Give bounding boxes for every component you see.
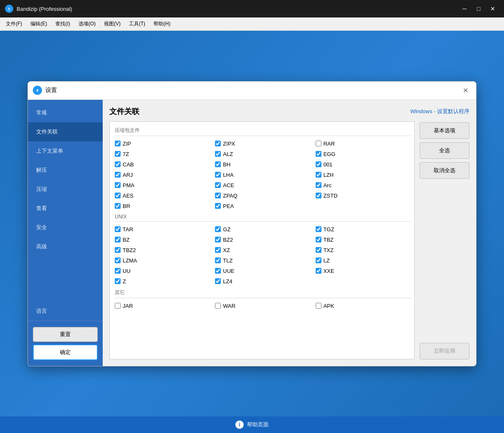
- menu-file[interactable]: 文件(F): [2, 19, 26, 29]
- checkbox-tbz[interactable]: TBZ: [314, 235, 411, 244]
- other-checkbox-grid: JAR WAR APK: [113, 302, 411, 310]
- dialog-title: 设置: [45, 87, 460, 94]
- checkbox-lzma[interactable]: LZMA: [113, 256, 210, 265]
- bottom-bar: i 帮助页面: [0, 416, 504, 433]
- checkbox-001[interactable]: 001: [314, 160, 411, 169]
- info-icon: i: [235, 421, 244, 429]
- checkbox-lha[interactable]: LHA: [213, 171, 310, 179]
- settings-dialog: 设置 ✕ 常规 文件关联 上下文菜单 解压 压缩 查看 安全 高级 语言 重置 …: [27, 81, 477, 366]
- sidebar-item-security[interactable]: 安全: [28, 218, 103, 237]
- reset-button[interactable]: 重置: [33, 327, 98, 342]
- dialog-body: 常规 文件关联 上下文菜单 解压 压缩 查看 安全 高级 语言 重置 确定 文件…: [28, 100, 476, 366]
- menu-view[interactable]: 视图(V): [100, 19, 125, 29]
- sidebar-item-view[interactable]: 查看: [28, 199, 103, 218]
- checkbox-zip[interactable]: ZIP: [113, 139, 210, 148]
- checkbox-bz[interactable]: BZ: [113, 235, 210, 244]
- checkbox-bz2[interactable]: BZ2: [213, 235, 310, 244]
- menu-edit[interactable]: 编辑(E): [26, 19, 51, 29]
- checkbox-egg[interactable]: EGG: [314, 150, 411, 158]
- main-area: 设置 ✕ 常规 文件关联 上下文菜单 解压 压缩 查看 安全 高级 语言 重置 …: [0, 31, 504, 416]
- basic-options-button[interactable]: 基本选项: [420, 122, 469, 139]
- menu-options[interactable]: 选项(O): [74, 19, 100, 29]
- app-icon: B: [5, 5, 13, 13]
- dialog-close-button[interactable]: ✕: [460, 84, 471, 96]
- menu-bar: 文件(F) 编辑(E) 查找(I) 选项(O) 视图(V) 工具(T) 帮助(H…: [0, 17, 504, 31]
- unix-checkbox-grid: TAR GZ TGZ BZ BZ2 TBZ TBZ2 XZ TXZ LZMA T…: [113, 225, 411, 286]
- checkbox-cab[interactable]: CAB: [113, 160, 210, 169]
- checkbox-jar[interactable]: JAR: [113, 302, 210, 310]
- sidebar-item-file-assoc[interactable]: 文件关联: [28, 122, 103, 141]
- file-format-list[interactable]: 压缩包文件 ZIP ZIPX RAR 7Z ALZ EGG CAB BH 001…: [109, 121, 415, 359]
- menu-find[interactable]: 查找(I): [51, 19, 74, 29]
- sidebar-item-advanced[interactable]: 高级: [28, 237, 103, 256]
- windows-default-link[interactable]: Windows - 设置默认程序: [410, 108, 469, 115]
- section-unix-label: UNIX: [115, 214, 411, 222]
- checkbox-pea[interactable]: PEA: [213, 202, 310, 210]
- checkbox-zstd[interactable]: ZSTD: [314, 191, 411, 200]
- file-list-panel: 压缩包文件 ZIP ZIPX RAR 7Z ALZ EGG CAB BH 001…: [109, 121, 469, 359]
- help-link[interactable]: 帮助页面: [247, 421, 269, 428]
- svg-text:B: B: [8, 7, 10, 11]
- checkbox-z[interactable]: Z: [113, 277, 210, 286]
- checkbox-uu[interactable]: UU: [113, 267, 210, 275]
- compressed-checkbox-grid: ZIP ZIPX RAR 7Z ALZ EGG CAB BH 001 ARJ L…: [113, 139, 411, 210]
- checkbox-txz[interactable]: TXZ: [314, 246, 411, 255]
- menu-tools[interactable]: 工具(T): [125, 19, 149, 29]
- checkbox-gz[interactable]: GZ: [213, 225, 310, 234]
- sidebar-item-compress[interactable]: 压缩: [28, 180, 103, 199]
- ok-button[interactable]: 确定: [33, 344, 98, 360]
- checkbox-arj[interactable]: ARJ: [113, 171, 210, 179]
- checkbox-lz[interactable]: LZ: [314, 256, 411, 265]
- sidebar-item-general[interactable]: 常规: [28, 103, 103, 122]
- checkbox-rar[interactable]: RAR: [314, 139, 411, 148]
- checkbox-tlz[interactable]: TLZ: [213, 256, 310, 265]
- page-title: 文件关联: [109, 106, 139, 116]
- checkbox-tar[interactable]: TAR: [113, 225, 210, 234]
- content-area: 文件关联 Windows - 设置默认程序 压缩包文件 ZIP ZIPX RAR…: [103, 100, 476, 366]
- checkbox-zipx[interactable]: ZIPX: [213, 139, 310, 148]
- checkbox-alz[interactable]: ALZ: [213, 150, 310, 158]
- checkbox-7z[interactable]: 7Z: [113, 150, 210, 158]
- checkbox-tbz2[interactable]: TBZ2: [113, 246, 210, 255]
- dialog-titlebar: 设置 ✕: [28, 82, 476, 100]
- title-bar: B Bandizip (Professional) ─ □ ✕: [0, 0, 504, 17]
- right-action-buttons: 基本选项 全选 取消全选 立即应用: [420, 121, 469, 359]
- checkbox-bh[interactable]: BH: [213, 160, 310, 169]
- checkbox-uue[interactable]: UUE: [213, 267, 310, 275]
- sidebar-item-language[interactable]: 语言: [28, 302, 103, 321]
- checkbox-apk[interactable]: APK: [314, 302, 411, 310]
- checkbox-arc[interactable]: Arc: [314, 181, 411, 190]
- minimize-button[interactable]: ─: [458, 3, 471, 15]
- checkbox-pma[interactable]: PMA: [113, 181, 210, 190]
- app-title: Bandizip (Professional): [17, 6, 458, 12]
- checkbox-ace[interactable]: ACE: [213, 181, 310, 190]
- checkbox-war[interactable]: WAR: [213, 302, 310, 310]
- checkbox-br[interactable]: BR: [113, 202, 210, 210]
- apply-button[interactable]: 立即应用: [420, 343, 469, 359]
- sidebar-item-extract[interactable]: 解压: [28, 161, 103, 180]
- checkbox-xz[interactable]: XZ: [213, 246, 310, 255]
- maximize-button[interactable]: □: [472, 3, 485, 15]
- checkbox-tgz[interactable]: TGZ: [314, 225, 411, 234]
- settings-sidebar: 常规 文件关联 上下文菜单 解压 压缩 查看 安全 高级 语言 重置 确定: [28, 100, 103, 366]
- window-controls: ─ □ ✕: [458, 3, 499, 15]
- content-header: 文件关联 Windows - 设置默认程序: [109, 106, 469, 116]
- deselect-all-button[interactable]: 取消全选: [420, 162, 469, 179]
- checkbox-lzh[interactable]: LZH: [314, 171, 411, 179]
- checkbox-xxe[interactable]: XXE: [314, 267, 411, 275]
- checkbox-zpaq[interactable]: ZPAQ: [213, 191, 310, 200]
- sidebar-item-context-menu[interactable]: 上下文菜单: [28, 141, 103, 161]
- sidebar-bottom-buttons: 重置 确定: [28, 321, 103, 363]
- checkbox-aes[interactable]: AES: [113, 191, 210, 200]
- section-other-label: 其它: [115, 289, 411, 298]
- select-all-button[interactable]: 全选: [420, 142, 469, 159]
- close-button[interactable]: ✕: [487, 3, 499, 15]
- dialog-icon: [33, 86, 42, 95]
- checkbox-lz4[interactable]: LZ4: [213, 277, 310, 286]
- section-compressed-label: 压缩包文件: [115, 127, 411, 136]
- menu-help[interactable]: 帮助(H): [149, 19, 175, 29]
